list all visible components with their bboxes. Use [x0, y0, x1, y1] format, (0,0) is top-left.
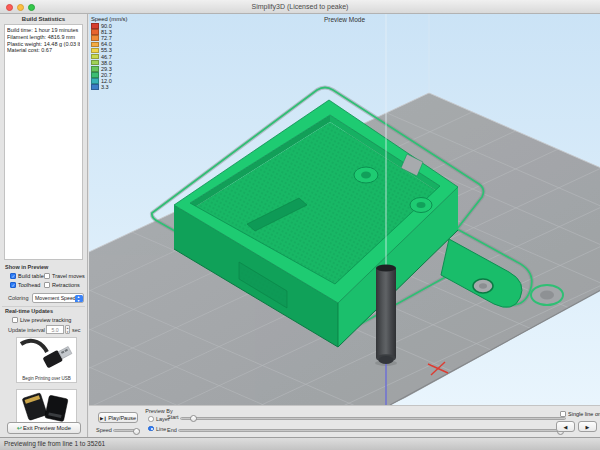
stat-filament-length: Filament length: 4816.9 mm — [7, 34, 80, 41]
color-swatch — [91, 54, 99, 60]
update-interval-unit: sec — [72, 327, 81, 333]
single-line-label: Single line only — [568, 411, 600, 417]
section-divider — [2, 306, 85, 307]
stat-plastic-weight: Plastic weight: 14.48 g (0.03 lb) — [7, 41, 80, 48]
dropdown-arrows-icon: ▴▾ — [75, 295, 83, 303]
speed-slider[interactable] — [113, 429, 140, 432]
speed-slider-knob[interactable] — [133, 428, 140, 435]
play-pause-button[interactable]: Play/Pause — [98, 412, 138, 423]
preview-mode-label: Preview Mode — [89, 16, 600, 23]
layer-radio[interactable] — [148, 416, 154, 422]
usb-caption: Begin Printing over USB — [17, 376, 76, 381]
sd-card-image — [17, 390, 76, 424]
speed-legend: Speed (mm/s) 90.0 81.3 72.7 64.0 55.3 46… — [91, 16, 127, 90]
step-back-icon: ◀ — [564, 424, 568, 430]
color-swatch — [91, 66, 99, 72]
live-preview-label: Live preview tracking — [20, 317, 71, 323]
line-radio-label: Line — [156, 426, 166, 432]
color-swatch — [91, 42, 99, 48]
stat-build-time: Build time: 1 hour 19 minutes — [7, 27, 80, 34]
start-slider[interactable] — [180, 417, 566, 420]
line-radio[interactable] — [148, 426, 154, 432]
play-pause-icon — [100, 415, 108, 421]
end-slider[interactable] — [178, 429, 566, 432]
exit-button-label: Exit Preview Mode — [23, 425, 71, 431]
build-table-label: Build table — [18, 273, 44, 279]
step-forward-button[interactable]: ▶ — [578, 421, 597, 432]
travel-moves-label: Travel moves — [52, 273, 85, 279]
step-back-button[interactable]: ◀ — [556, 421, 575, 432]
stepper-icon[interactable]: ▴▾ — [65, 325, 70, 334]
travel-moves-checkbox[interactable] — [44, 273, 50, 279]
color-swatch — [91, 78, 99, 84]
window-title: Simplify3D (Licensed to peake) — [0, 0, 600, 14]
begin-printing-usb-button[interactable]: Begin Printing over USB — [16, 337, 77, 383]
build-table-checkbox[interactable] — [10, 273, 16, 279]
color-swatch — [91, 23, 99, 29]
color-swatch — [91, 29, 99, 35]
stat-material-cost: Material cost: 0.67 — [7, 47, 80, 54]
update-interval-label: Update interval — [8, 327, 45, 333]
legend-title: Speed (mm/s) — [91, 16, 127, 22]
usb-cable-image — [17, 338, 76, 374]
color-swatch — [91, 72, 99, 78]
preview-toolbar: Play/Pause Speed Preview By Layer Line S… — [89, 405, 600, 437]
preview-viewport[interactable]: Preview Mode Speed (mm/s) 90.0 81.3 72.7… — [89, 14, 600, 405]
live-preview-checkbox[interactable] — [12, 317, 18, 323]
toolhead-label: Toolhead — [18, 282, 40, 288]
retractions-label: Retractions — [52, 282, 80, 288]
preview-3d-scene[interactable] — [89, 14, 600, 405]
status-text: Previewing file from line 1 to 35261 — [4, 438, 105, 450]
coloring-label: Coloring — [8, 295, 28, 301]
build-statistics-title: Build Statistics — [0, 16, 87, 22]
retractions-checkbox[interactable] — [44, 282, 50, 288]
coloring-value: Movement Speed — [35, 295, 76, 301]
toolhead-checkbox[interactable] — [10, 282, 16, 288]
play-pause-label: Play/Pause — [108, 415, 136, 421]
color-swatch — [91, 84, 99, 90]
status-bar: Previewing file from line 1 to 35261 — [0, 437, 600, 450]
start-slider-label: Start — [167, 414, 179, 420]
build-statistics-panel: Build time: 1 hour 19 minutes Filament l… — [4, 24, 83, 260]
start-slider-knob[interactable] — [190, 415, 197, 422]
update-interval-field[interactable]: 5.0 — [46, 325, 64, 334]
step-forward-icon: ▶ — [586, 424, 590, 430]
exit-preview-mode-button[interactable]: ↩Exit Preview Mode — [7, 422, 81, 434]
speed-slider-label: Speed — [96, 427, 112, 433]
exit-arrow-icon: ↩ — [17, 425, 22, 431]
single-line-checkbox[interactable] — [560, 411, 566, 417]
color-swatch — [91, 48, 99, 54]
coloring-dropdown[interactable]: Movement Speed ▴▾ — [32, 293, 84, 303]
color-swatch — [91, 60, 99, 66]
window-titlebar[interactable]: Simplify3D (Licensed to peake) — [0, 0, 600, 14]
show-in-preview-title: Show in Preview — [5, 264, 48, 270]
preview-sidebar: Build Statistics Build time: 1 hour 19 m… — [0, 14, 88, 437]
color-swatch — [91, 35, 99, 41]
realtime-updates-title: Real-time Updates — [5, 308, 53, 314]
end-slider-label: End — [167, 427, 177, 433]
legend-entry: 3.3 — [91, 84, 127, 90]
